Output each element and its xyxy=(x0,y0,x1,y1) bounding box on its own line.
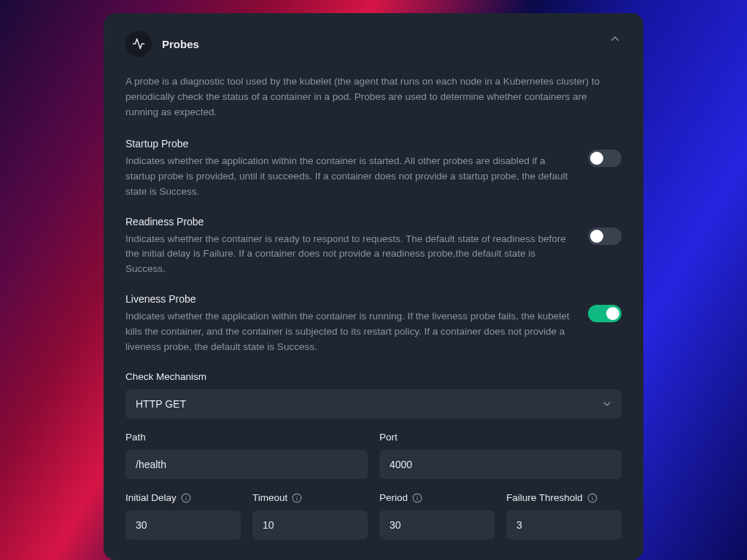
liveness-probe-description: Indicates whether the application within… xyxy=(125,309,576,355)
period-label: Period xyxy=(379,492,495,503)
chevron-down-icon xyxy=(601,398,613,410)
liveness-probe-title: Liveness Probe xyxy=(125,293,576,305)
readiness-probe-description: Indicates whether the container is ready… xyxy=(125,232,576,278)
failure-threshold-input[interactable] xyxy=(506,510,622,540)
port-label: Port xyxy=(379,432,622,443)
startup-probe-description: Indicates whether the application within… xyxy=(125,154,576,200)
info-icon[interactable] xyxy=(587,493,597,503)
path-input[interactable] xyxy=(125,450,368,479)
liveness-probe-block: Liveness Probe Indicates whether the app… xyxy=(125,293,622,355)
panel-header: Probes xyxy=(125,31,622,57)
info-icon[interactable] xyxy=(412,493,422,503)
startup-probe-block: Startup Probe Indicates whether the appl… xyxy=(125,138,622,200)
port-input[interactable] xyxy=(379,450,622,479)
section-description: A probe is a diagnostic tool used by the… xyxy=(125,74,622,120)
initial-delay-label: Initial Delay xyxy=(125,492,241,503)
path-label: Path xyxy=(125,432,368,443)
info-icon[interactable] xyxy=(181,493,191,503)
check-mechanism-label: Check Mechanism xyxy=(125,371,622,382)
readiness-probe-toggle[interactable] xyxy=(588,228,622,245)
activity-icon xyxy=(125,31,152,57)
timeout-label: Timeout xyxy=(252,492,368,503)
liveness-probe-toggle[interactable] xyxy=(588,305,622,322)
readiness-probe-title: Readiness Probe xyxy=(125,216,576,228)
timeout-input[interactable] xyxy=(252,510,368,540)
info-icon[interactable] xyxy=(292,493,302,503)
check-mechanism-value: HTTP GET xyxy=(136,398,186,410)
check-mechanism-select[interactable]: HTTP GET xyxy=(125,389,622,419)
failure-threshold-label: Failure Threshold xyxy=(506,492,622,503)
readiness-probe-block: Readiness Probe Indicates whether the co… xyxy=(125,216,622,278)
period-input[interactable] xyxy=(379,510,495,540)
initial-delay-input[interactable] xyxy=(125,510,241,540)
probes-panel: Probes A probe is a diagnostic tool used… xyxy=(104,13,643,560)
panel-title: Probes xyxy=(162,38,199,50)
chevron-up-icon[interactable] xyxy=(608,32,622,45)
startup-probe-title: Startup Probe xyxy=(125,138,576,149)
startup-probe-toggle[interactable] xyxy=(588,149,622,167)
